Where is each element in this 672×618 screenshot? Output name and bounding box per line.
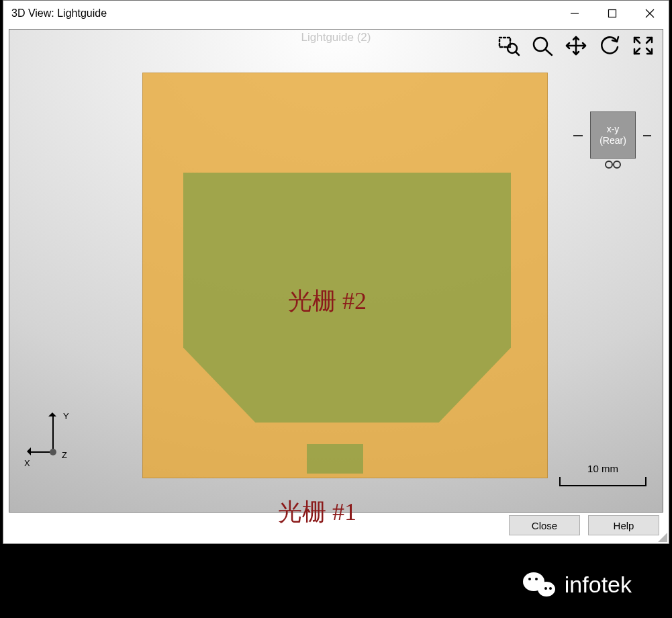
viewcube[interactable]: x-y (Rear) xyxy=(590,112,636,159)
y-axis-line xyxy=(52,414,54,449)
zoom-region-button[interactable] xyxy=(493,32,524,59)
resize-grip[interactable] xyxy=(658,533,667,542)
rotate-button[interactable] xyxy=(594,32,625,59)
close-window-button[interactable] xyxy=(631,1,669,26)
svg-point-7 xyxy=(534,38,547,51)
x-axis-line xyxy=(28,451,52,453)
x-axis-arrowhead xyxy=(23,447,31,455)
close-icon xyxy=(645,9,655,18)
viewcube-tick-left xyxy=(573,135,583,136)
svg-line-8 xyxy=(546,50,552,55)
grating-region-1[interactable] xyxy=(307,444,363,474)
pan-icon xyxy=(565,35,587,56)
minimize-icon xyxy=(570,9,579,18)
axis-origin xyxy=(50,449,56,455)
scale-bar-line xyxy=(559,477,646,486)
svg-line-6 xyxy=(516,52,519,55)
fullscreen-icon xyxy=(632,35,655,56)
z-axis-label: Z xyxy=(62,450,67,460)
fullscreen-button[interactable] xyxy=(628,32,659,59)
dialog-footer: Close Help xyxy=(9,513,663,538)
app-window: 3D View: Lightguide Lightguide (2) xyxy=(3,0,669,544)
watermark: infotek xyxy=(523,571,632,598)
viewcube-line1: x-y xyxy=(607,124,620,135)
help-button[interactable]: Help xyxy=(588,515,659,535)
window-controls xyxy=(556,1,669,26)
wechat-icon xyxy=(523,571,555,598)
zoom-region-icon xyxy=(497,35,520,56)
pan-button[interactable] xyxy=(561,32,591,59)
close-button[interactable]: Close xyxy=(509,515,580,535)
axis-triad[interactable]: Y X Z xyxy=(28,411,89,472)
zoom-icon xyxy=(531,35,554,56)
zoom-button[interactable] xyxy=(527,32,558,59)
rotate-icon xyxy=(598,35,621,56)
x-axis-label: X xyxy=(24,458,30,468)
viewcube-tick-right xyxy=(643,135,651,136)
y-axis-arrowhead xyxy=(48,408,56,416)
scale-bar: 10 mm xyxy=(559,463,646,486)
viewcube-line2: (Rear) xyxy=(599,135,626,146)
maximize-button[interactable] xyxy=(593,1,631,26)
viewcube-tick-bottom xyxy=(606,161,620,167)
scale-label: 10 mm xyxy=(559,463,646,474)
watermark-text: infotek xyxy=(565,572,632,598)
y-axis-label: Y xyxy=(63,411,69,421)
viewport-toolbar xyxy=(493,32,659,59)
screenshot-root: 3D View: Lightguide Lightguide (2) xyxy=(0,0,672,618)
viewport[interactable]: Lightguide (2) xyxy=(9,29,663,513)
window-title: 3D View: Lightguide xyxy=(11,7,107,19)
svg-rect-1 xyxy=(609,10,616,17)
maximize-icon xyxy=(608,9,617,18)
titlebar: 3D View: Lightguide xyxy=(3,1,669,26)
annotation-grating-2: 光栅 #2 xyxy=(288,285,367,318)
lightguide-substrate[interactable] xyxy=(142,73,548,478)
minimize-button[interactable] xyxy=(556,1,593,26)
